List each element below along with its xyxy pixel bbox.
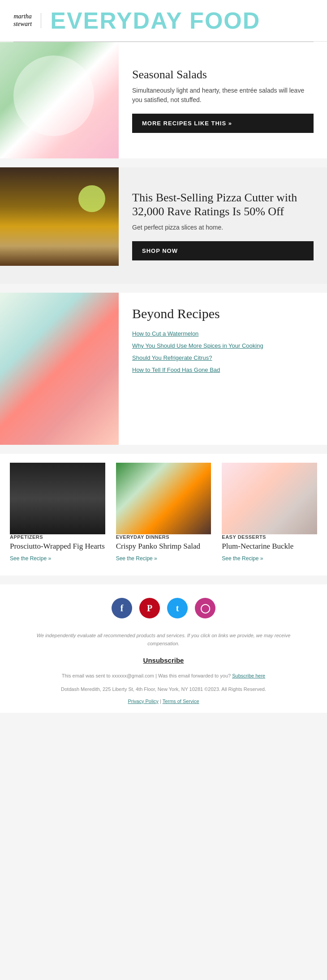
recipe-category-3: EASY DESSERTS: [222, 534, 317, 540]
email-wrapper: martha stewart EVERYDAY FOOD Seasonal Sa…: [0, 0, 327, 713]
salad-image: [0, 42, 119, 158]
spacer-3: [0, 445, 327, 454]
unsubscribe-section: Unsubscribe: [9, 656, 318, 665]
privacy-policy-link[interactable]: Privacy Policy: [128, 699, 158, 704]
salad-content: Seasonal Salads Simultaneously light and…: [119, 42, 327, 158]
beyond-title: Beyond Recipes: [132, 306, 314, 321]
recipe-card-image-1: [10, 463, 105, 534]
logo-line1: martha: [13, 13, 32, 21]
pizza-cutter-section: This Best-Selling Pizza Cutter with 32,0…: [0, 167, 327, 284]
recipe-name-3: Plum-Nectarine Buckle: [222, 541, 317, 551]
recipe-card-image-3: [222, 463, 317, 534]
instagram-icon[interactable]: ◯: [195, 598, 215, 618]
beyond-link-3[interactable]: Should You Refrigerate Citrus?: [132, 354, 314, 361]
pizza-title: This Best-Selling Pizza Cutter with 32,0…: [132, 191, 314, 218]
footer-email-info: This email was sent to xxxxxx@gmail.com …: [9, 672, 318, 681]
beyond-link-2[interactable]: Why You Should Use More Spices in Your C…: [132, 342, 314, 349]
salad-title: Seasonal Salads: [132, 68, 314, 81]
brand-logo: martha stewart: [13, 13, 41, 28]
shop-now-button[interactable]: SHOP NOW: [132, 241, 314, 260]
seasonal-salads-section: Seasonal Salads Simultaneously light and…: [0, 42, 327, 158]
subscribe-here-link[interactable]: Subscribe here: [232, 673, 265, 678]
footer-email-text: This email was sent to xxxxxx@gmail.com …: [62, 673, 231, 678]
recipe-name-1: Prosciutto-Wrapped Fig Hearts: [10, 541, 105, 551]
terms-of-service-link[interactable]: Terms of Service: [163, 699, 199, 704]
watermelon-image: [0, 293, 119, 445]
recipe-name-2: Crispy Panko Shrimp Salad: [116, 541, 211, 551]
recipe-card-3: EASY DESSERTS Plum-Nectarine Buckle See …: [216, 463, 323, 567]
pizza-image: [0, 167, 119, 266]
spacer-2: [0, 284, 327, 293]
pizza-content: This Best-Selling Pizza Cutter with 32,0…: [119, 167, 327, 284]
more-recipes-button[interactable]: MORE RECIPES LIKE THIS »: [132, 114, 314, 133]
spacer-4: [0, 575, 327, 584]
unsubscribe-link[interactable]: Unsubscribe: [143, 656, 184, 664]
beyond-content: Beyond Recipes How to Cut a Watermelon W…: [119, 293, 327, 445]
recipe-card-image-2: [116, 463, 211, 534]
publication-title: EVERYDAY FOOD: [50, 9, 260, 32]
recipe-link-2[interactable]: See the Recipe »: [116, 555, 157, 562]
spacer-1: [0, 158, 327, 167]
twitter-icon[interactable]: t: [167, 598, 188, 618]
social-icons-row: f P t ◯: [9, 598, 318, 618]
pizza-description: Get perfect pizza slices at home.: [132, 223, 314, 232]
facebook-icon[interactable]: f: [112, 598, 132, 618]
beyond-recipes-section: Beyond Recipes How to Cut a Watermelon W…: [0, 293, 327, 445]
recipe-cards-section: APPETIZERS Prosciutto-Wrapped Fig Hearts…: [0, 454, 327, 575]
recipe-card-2: EVERYDAY DINNERS Crispy Panko Shrimp Sal…: [111, 463, 217, 567]
beyond-link-4[interactable]: How to Tell If Food Has Gone Bad: [132, 366, 314, 373]
recipe-card-1: APPETIZERS Prosciutto-Wrapped Fig Hearts…: [4, 463, 111, 567]
recipe-link-3[interactable]: See the Recipe »: [222, 555, 263, 562]
header: martha stewart EVERYDAY FOOD: [0, 0, 327, 42]
footer-disclaimer: We independently evaluate all recommende…: [9, 632, 318, 648]
recipe-link-1[interactable]: See the Recipe »: [10, 555, 51, 562]
pinterest-icon[interactable]: P: [139, 598, 160, 618]
beyond-link-1[interactable]: How to Cut a Watermelon: [132, 330, 314, 337]
footer-address: Dotdash Meredith, 225 Liberty St, 4th Fl…: [9, 685, 318, 694]
recipe-category-1: APPETIZERS: [10, 534, 105, 540]
logo-line2: stewart: [13, 21, 32, 28]
footer-legal: Privacy Policy | Terms of Service: [9, 699, 318, 704]
social-footer: f P t ◯ We independently evaluate all re…: [0, 584, 327, 713]
salad-description: Simultaneously light and hearty, these e…: [132, 86, 314, 105]
recipe-category-2: EVERYDAY DINNERS: [116, 534, 211, 540]
